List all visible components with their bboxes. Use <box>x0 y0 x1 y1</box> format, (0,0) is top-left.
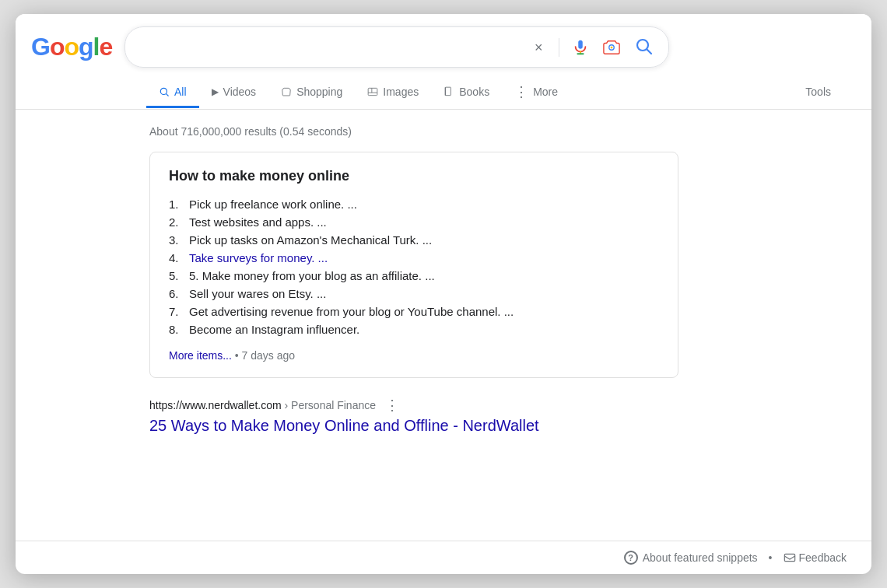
list-text: 5. Make money from your blog as an affil… <box>189 269 435 282</box>
list-item: 8. Become an Instagram influencer. <box>169 320 659 338</box>
tab-images[interactable]: Images <box>355 78 431 108</box>
camera-icon <box>603 39 620 56</box>
tab-videos-label: Videos <box>223 86 257 98</box>
more-vert-icon: ⋮ <box>385 397 399 413</box>
svg-line-6 <box>167 94 169 96</box>
logo-letter-e: e <box>99 33 112 61</box>
list-text: Take surveys for money. ... <box>189 251 328 264</box>
tab-all[interactable]: All <box>146 78 199 108</box>
list-text: Test websites and apps. ... <box>189 215 327 229</box>
list-text: Pick up tasks on Amazon's Mechanical Tur… <box>189 233 432 247</box>
dot-separator: • <box>769 551 773 564</box>
tab-videos[interactable]: ▶ Videos <box>199 78 269 108</box>
search-icons: × <box>528 33 656 61</box>
list-text: Pick up freelance work online. ... <box>189 198 357 211</box>
tab-shopping[interactable]: Shopping <box>268 78 355 108</box>
tab-images-label: Images <box>383 86 419 98</box>
snippet-list: 1. Pick up freelance work online. ... 2.… <box>169 195 659 338</box>
nav-tabs: All ▶ Videos Shopping Images <box>31 77 856 109</box>
list-num: 5. <box>169 269 184 282</box>
more-items-link[interactable]: More items... <box>169 349 232 362</box>
image-search-button[interactable] <box>600 36 623 59</box>
divider <box>559 38 559 57</box>
svg-line-4 <box>647 50 652 54</box>
search-result: https://www.nerdwallet.com › Personal Fi… <box>149 397 678 435</box>
snippet-title: How to make money online <box>169 168 659 184</box>
tab-shopping-label: Shopping <box>296 86 342 98</box>
list-text: Get advertising revenue from your blog o… <box>189 305 514 318</box>
bottom-bar-about: ? About featured snippets <box>624 551 758 565</box>
tab-more[interactable]: ⋮ More <box>502 77 570 109</box>
logo-letter-l: l <box>93 33 100 61</box>
search-button[interactable] <box>631 33 656 61</box>
list-text: Become an Instagram influencer. <box>189 323 359 336</box>
result-title-link[interactable]: 25 Ways to Make Money Online and Offline… <box>149 417 678 435</box>
logo-letter-g2: g <box>79 33 93 61</box>
featured-snippet: How to make money online 1. Pick up free… <box>149 152 678 378</box>
all-tab-icon <box>159 86 170 97</box>
list-num: 8. <box>169 323 184 336</box>
top-bar: G o o g l e how to earn money online × <box>31 26 856 68</box>
result-more-button[interactable]: ⋮ <box>382 397 402 414</box>
list-num: 7. <box>169 305 184 318</box>
svg-rect-0 <box>578 40 583 48</box>
help-circle-icon[interactable]: ? <box>624 551 638 565</box>
clear-icon: × <box>531 40 546 55</box>
logo-letter-o1: o <box>50 33 65 61</box>
list-item: 4. Take surveys for money. ... <box>169 249 659 267</box>
list-link[interactable]: Take surveys for money. ... <box>189 251 328 264</box>
about-featured-snippets-link[interactable]: About featured snippets <box>643 551 758 564</box>
list-num: 4. <box>169 251 184 264</box>
result-breadcrumb: › Personal Finance <box>285 399 377 411</box>
voice-search-button[interactable] <box>569 36 592 59</box>
list-num: 2. <box>169 215 184 229</box>
feedback-link[interactable]: Feedback <box>799 551 847 564</box>
browser-window: G o o g l e how to earn money online × <box>16 14 871 574</box>
feedback-icon <box>784 551 796 564</box>
list-item: 5. 5. Make money from your blog as an af… <box>169 267 659 285</box>
result-url: https://www.nerdwallet.com › Personal Fi… <box>149 399 376 411</box>
main-content: About 716,000,000 results (0.54 seconds)… <box>16 110 871 541</box>
result-url-row: https://www.nerdwallet.com › Personal Fi… <box>149 397 678 414</box>
search-icon <box>634 37 653 55</box>
list-item: 6. Sell your wares on Etsy. ... <box>169 285 659 303</box>
tab-tools[interactable]: Tools <box>793 78 856 108</box>
svg-rect-10 <box>446 87 451 96</box>
list-num: 6. <box>169 287 184 300</box>
list-item: 2. Test websites and apps. ... <box>169 213 659 231</box>
result-domain: https://www.nerdwallet.com <box>149 399 282 411</box>
logo-letter-g: G <box>31 33 50 61</box>
svg-rect-7 <box>368 88 377 95</box>
tab-all-label: All <box>174 86 187 98</box>
videos-tab-icon: ▶ <box>212 86 219 97</box>
list-item: 7. Get advertising revenue from your blo… <box>169 303 659 320</box>
shopping-tab-icon <box>281 86 292 97</box>
results-count: About 716,000,000 results (0.54 seconds) <box>149 125 847 138</box>
list-item: 1. Pick up freelance work online. ... <box>169 195 659 213</box>
list-item: 3. Pick up tasks on Amazon's Mechanical … <box>169 231 659 249</box>
books-tab-icon <box>444 86 454 97</box>
feedback-section: Feedback <box>784 551 847 564</box>
tab-tools-label: Tools <box>805 86 831 98</box>
list-text: Sell your wares on Etsy. ... <box>189 287 326 300</box>
mic-icon <box>572 39 589 56</box>
list-num: 1. <box>169 198 184 211</box>
svg-rect-12 <box>784 554 794 561</box>
bottom-bar: ? About featured snippets • Feedback <box>16 541 871 574</box>
images-tab-icon <box>367 86 378 97</box>
search-bar: how to earn money online × <box>124 26 669 68</box>
svg-point-2 <box>611 46 613 48</box>
header: G o o g l e how to earn money online × <box>16 14 871 110</box>
google-logo: G o o g l e <box>31 33 112 61</box>
tab-books-label: Books <box>459 86 489 98</box>
search-input[interactable]: how to earn money online <box>138 40 521 54</box>
snippet-footer: More items... • 7 days ago <box>169 349 659 362</box>
more-tab-icon: ⋮ <box>514 85 528 99</box>
logo-letter-o2: o <box>64 33 79 61</box>
tab-more-label: More <box>533 86 558 98</box>
clear-button[interactable]: × <box>528 37 549 58</box>
tab-books[interactable]: Books <box>431 78 502 108</box>
snippet-timestamp: • 7 days ago <box>235 349 295 362</box>
list-num: 3. <box>169 233 184 247</box>
